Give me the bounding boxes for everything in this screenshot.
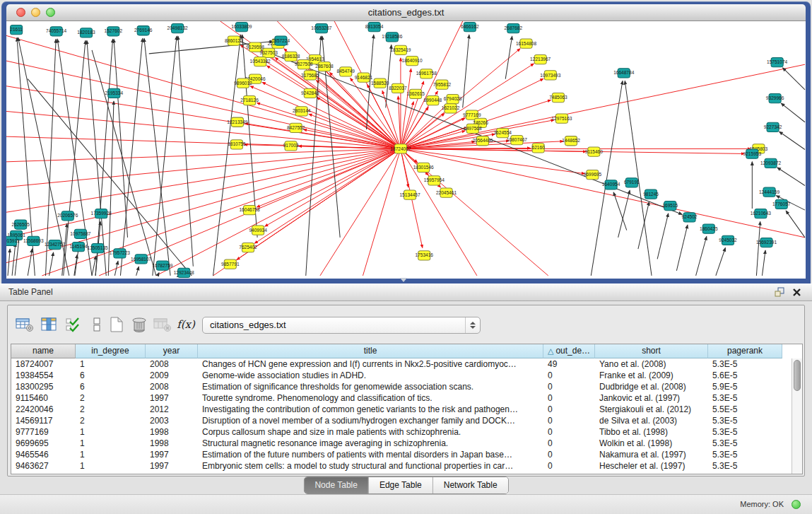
table-cell[interactable]: 2003: [146, 415, 198, 426]
table-row[interactable]: 1456911722003Disruption of a novel membe…: [11, 415, 792, 426]
table-cell[interactable]: Disruption of a novel member of a sodium…: [198, 415, 543, 426]
table-row[interactable]: 1872400712008Changes of HCN gene express…: [11, 358, 792, 370]
close-panel-icon[interactable]: [792, 287, 802, 298]
table-cell[interactable]: 9115460: [11, 392, 76, 404]
table-cell[interactable]: 0: [543, 426, 595, 438]
table-row[interactable]: 946362711997Embryonic stem cells: a mode…: [11, 460, 792, 472]
table-row[interactable]: 969969511998Structural magnetic resonanc…: [11, 438, 792, 449]
close-window-button[interactable]: [16, 8, 25, 17]
table-cell[interactable]: 2012: [146, 404, 198, 415]
table-cell[interactable]: 22420046: [11, 404, 76, 415]
table-cell[interactable]: de Silva et al. (2003): [595, 415, 708, 426]
merge-cells-icon[interactable]: [87, 315, 107, 334]
column-header-short[interactable]: short: [595, 344, 708, 358]
zoom-window-button[interactable]: [46, 8, 55, 17]
table-cell[interactable]: 1998: [146, 426, 198, 438]
table-cell[interactable]: 5.3E-5: [708, 426, 782, 438]
table-cell[interactable]: Changes of HCN gene expression and I(f) …: [198, 358, 543, 370]
delete-table-icon[interactable]: [129, 315, 149, 334]
table-cell[interactable]: 1: [76, 358, 146, 370]
column-header-title[interactable]: title: [198, 344, 543, 358]
new-table-icon[interactable]: [107, 315, 126, 334]
table-cell[interactable]: 0: [543, 381, 595, 392]
table-cell[interactable]: 6: [76, 370, 146, 381]
table-cell[interactable]: Genome-wide association studies in ADHD.: [198, 370, 543, 381]
table-select-dropdown[interactable]: citations_edges.txt: [202, 317, 481, 334]
table-cell[interactable]: 6: [76, 381, 146, 392]
table-cell[interactable]: 19384554: [11, 370, 76, 381]
table-cell[interactable]: 18300295: [11, 381, 76, 392]
table-row[interactable]: 2242004622012Investigating the contribut…: [11, 404, 792, 415]
clear-table-icon[interactable]: [153, 315, 172, 334]
column-header-out_de[interactable]: △out_de…: [543, 344, 595, 358]
table-cell[interactable]: 5.5E-5: [708, 404, 782, 415]
table-row[interactable]: 1830029562008Estimation of significance …: [11, 381, 792, 392]
table-cell[interactable]: 0: [543, 370, 595, 381]
table-cell[interactable]: 1998: [146, 438, 198, 449]
scrollbar-thumb[interactable]: [794, 360, 801, 391]
panel-splitter-handle[interactable]: [400, 278, 407, 282]
table-cell[interactable]: 1997: [146, 460, 198, 472]
table-cell[interactable]: 9699695: [11, 438, 76, 449]
row-select-icon[interactable]: [64, 315, 84, 334]
table-row[interactable]: 946554611997Estimation of the future num…: [11, 449, 792, 460]
table-cell[interactable]: 5.6E-5: [708, 370, 782, 381]
table-cell[interactable]: 2008: [146, 381, 198, 392]
table-cell[interactable]: Wolkin et al. (1998): [595, 438, 708, 449]
table-cell[interactable]: 14569117: [11, 415, 76, 426]
column-header-in_degree[interactable]: in_degree: [76, 344, 146, 358]
table-cell[interactable]: 2: [76, 392, 146, 404]
table-row[interactable]: 911546021997Tourette syndrome. Phenomeno…: [11, 392, 792, 404]
table-cell[interactable]: Tibbo et al. (1998): [595, 426, 708, 438]
table-cell[interactable]: 0: [543, 392, 595, 404]
table-cell[interactable]: 5.3E-5: [708, 449, 782, 460]
table-cell[interactable]: 0: [543, 404, 595, 415]
table-cell[interactable]: 9777169: [11, 426, 76, 438]
table-cell[interactable]: Hescheler et al. (1997): [595, 460, 708, 472]
table-cell[interactable]: Dudbridge et al. (2008): [595, 381, 708, 392]
table-cell[interactable]: Yano et al. (2008): [595, 358, 708, 370]
table-cell[interactable]: Nakamura et al. (1997): [595, 449, 708, 460]
table-cell[interactable]: Structural magnetic resonance image aver…: [198, 438, 543, 449]
table-cell[interactable]: 1: [76, 438, 146, 449]
table-cell[interactable]: 1: [76, 449, 146, 460]
table-cell[interactable]: 5.3E-5: [708, 460, 782, 472]
minimize-window-button[interactable]: [31, 8, 40, 17]
table-cell[interactable]: 18724007: [11, 358, 76, 370]
table-cell[interactable]: Estimation of significance thresholds fo…: [198, 381, 543, 392]
table-cell[interactable]: 0: [543, 415, 595, 426]
table-cell[interactable]: Investigating the contribution of common…: [198, 404, 543, 415]
table-cell[interactable]: 1: [76, 460, 146, 472]
table-settings-icon[interactable]: [15, 315, 35, 334]
column-header-pagerank[interactable]: pagerank: [708, 344, 782, 358]
table-cell[interactable]: 5.3E-5: [708, 415, 782, 426]
table-cell[interactable]: 9463627: [11, 460, 76, 472]
column-select-icon[interactable]: [40, 315, 59, 334]
table-cell[interactable]: Estimation of the future numbers of pati…: [198, 449, 543, 460]
float-panel-icon[interactable]: [775, 287, 785, 298]
table-cell[interactable]: 1997: [146, 392, 198, 404]
table-cell[interactable]: 5.3E-5: [708, 358, 782, 370]
table-row[interactable]: 1938455462009Genome-wide association stu…: [11, 370, 792, 381]
table-cell[interactable]: 2: [76, 415, 146, 426]
column-header-year[interactable]: year: [146, 344, 198, 358]
vertical-scrollbar[interactable]: [792, 358, 802, 474]
table-cell[interactable]: 0: [543, 438, 595, 449]
tab-edge-table[interactable]: Edge Table: [369, 477, 433, 493]
column-header-name[interactable]: name: [11, 344, 76, 358]
network-canvas[interactable]: 1872400788601239129598222608589327503818…: [6, 21, 806, 279]
table-cell[interactable]: 1: [76, 426, 146, 438]
table-cell[interactable]: 5.3E-5: [708, 392, 782, 404]
table-cell[interactable]: Stergiakouli et al. (2012): [595, 404, 708, 415]
tab-network-table[interactable]: Network Table: [433, 477, 508, 493]
table-cell[interactable]: 5.3E-5: [708, 438, 782, 449]
table-cell[interactable]: 2009: [146, 370, 198, 381]
table-cell[interactable]: 2008: [146, 358, 198, 370]
table-cell[interactable]: Embryonic stem cells: a model to study s…: [198, 460, 543, 472]
tab-node-table[interactable]: Node Table: [304, 477, 369, 493]
table-cell[interactable]: Tourette syndrome. Phenomenology and cla…: [198, 392, 543, 404]
table-cell[interactable]: 5.9E-5: [708, 381, 782, 392]
table-row[interactable]: 977716911998Corpus callosum shape and si…: [11, 426, 792, 438]
table-cell[interactable]: 9465546: [11, 449, 76, 460]
table-cell[interactable]: 0: [543, 449, 595, 460]
